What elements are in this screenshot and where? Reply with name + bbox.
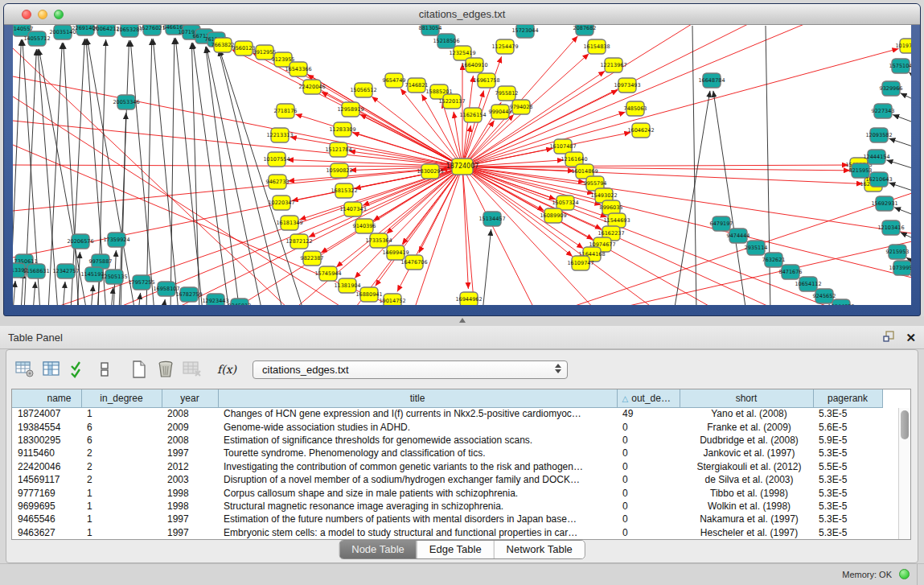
cell-name[interactable]: 9699695 [12, 500, 81, 513]
cell-pagerank[interactable]: 5.9E-5 [813, 434, 882, 447]
cell-name[interactable]: 9465546 [12, 513, 81, 525]
cell-title[interactable]: Genome-wide association studies in ADHD. [218, 420, 617, 433]
cell-pagerank[interactable]: 5.5E-5 [813, 460, 882, 473]
graph-node[interactable]: 16154838 [583, 39, 610, 54]
graph-node[interactable]: 9140396 [353, 219, 376, 233]
cell-name[interactable]: 9463627 [12, 526, 81, 539]
cell-year[interactable]: 1998 [162, 486, 218, 499]
graph-node[interactable]: 16181349 [276, 216, 302, 230]
graph-node[interactable]: 1575104 [889, 59, 911, 73]
graph-node[interactable]: 8813054 [419, 25, 442, 35]
cell-short[interactable]: Nakamura et al. (1997) [680, 513, 813, 525]
graph-node[interactable]: 12213967 [600, 58, 626, 72]
cell-out_degree[interactable]: 0 [617, 434, 680, 447]
graph-node[interactable]: 15056512 [350, 83, 376, 97]
graph-node[interactable]: 9560123 [232, 41, 256, 56]
table-row[interactable]: 1938455462009Genome-wide association stu… [12, 420, 882, 433]
cell-short[interactable]: Hescheler et al. (1997) [680, 526, 813, 539]
cell-year[interactable]: 1997 [162, 526, 218, 539]
graph-node[interactable]: 6479197 [710, 216, 733, 231]
graph-node[interactable]: 10107554 [263, 152, 290, 167]
cell-pagerank[interactable]: 5.3E-5 [813, 407, 882, 420]
cell-short[interactable]: Tibbo et al. (1998) [680, 486, 813, 499]
cell-title[interactable]: Corpus callosum shape and size in male p… [218, 486, 617, 499]
cell-pagerank[interactable]: 5.3E-5 [813, 486, 882, 499]
cell-out_degree[interactable]: 0 [617, 447, 680, 459]
column-header-pagerank[interactable]: pagerank [813, 389, 882, 407]
cell-short[interactable]: Stergiakouli et al. (2012) [680, 460, 813, 473]
splitter-grip-icon[interactable] [459, 318, 466, 323]
cell-name[interactable]: 14569117 [12, 473, 81, 486]
cell-name[interactable]: 9777169 [12, 486, 81, 499]
cell-in_degree[interactable]: 6 [81, 420, 162, 433]
cell-out_degree[interactable]: 0 [617, 500, 680, 513]
graph-node[interactable]: 9990443 [489, 105, 512, 119]
table-settings-icon[interactable] [13, 357, 37, 381]
cell-in_degree[interactable]: 2 [81, 447, 162, 459]
cell-in_degree[interactable]: 6 [81, 434, 162, 447]
graph-node[interactable]: 2718176 [274, 104, 298, 118]
graph-node[interactable]: 8471676 [779, 265, 803, 279]
cell-short[interactable]: Jankovic et al. (1997) [680, 447, 813, 459]
graph-node[interactable]: 7663822 [211, 38, 235, 52]
graph-node[interactable]: 16961758 [473, 73, 499, 88]
cell-title[interactable]: Embryonic stem cells: a model to study s… [218, 526, 617, 539]
cell-pagerank[interactable]: 5.3E-5 [813, 500, 882, 513]
column-header-year[interactable]: year [162, 389, 218, 407]
cell-in_degree[interactable]: 1 [81, 513, 162, 525]
cell-out_degree[interactable]: 0 [617, 460, 680, 473]
column-header-out_degree[interactable]: △out_de… [617, 389, 680, 407]
cell-name[interactable]: 19384554 [12, 420, 81, 433]
panel-splitter[interactable] [0, 316, 924, 326]
cell-pagerank[interactable]: 5.3E-5 [813, 526, 882, 539]
cell-title[interactable]: Tourette syndrome. Phenomenology and cla… [218, 447, 617, 459]
cell-name[interactable]: 18724007 [12, 407, 81, 420]
cell-year[interactable]: 1997 [162, 513, 218, 525]
cell-title[interactable]: Estimation of the future numbers of pati… [218, 513, 617, 525]
graph-node[interactable]: 7955812 [495, 86, 519, 101]
table-row[interactable]: 1872400712008Changes of HCN gene express… [12, 407, 882, 420]
graph-node[interactable]: 12923443 [202, 294, 228, 305]
graph-node[interactable]: 16046242 [627, 123, 654, 138]
network-canvas[interactable]: 2140557140557122003514022691406200642121… [13, 25, 911, 305]
table-row[interactable]: 2242004622012Investigating the contribut… [12, 460, 882, 473]
graph-node[interactable]: 9462733 [266, 175, 290, 189]
cell-pagerank[interactable]: 5.3E-5 [813, 473, 882, 486]
cell-short[interactable]: Dudbridge et al. (2008) [680, 434, 813, 447]
cell-name[interactable]: 9115460 [12, 447, 81, 459]
cell-out_degree[interactable]: 0 [617, 420, 680, 433]
graph-node[interactable]: 12872122 [285, 234, 312, 249]
column-header-short[interactable]: short [680, 389, 813, 407]
graph-node[interactable]: 16815322 [331, 183, 357, 198]
graph-node[interactable]: 16944962 [455, 292, 482, 305]
graph-node[interactable]: 15134457 [478, 212, 505, 226]
table-columns-icon[interactable] [39, 357, 64, 381]
graph-node[interactable]: 11254479 [491, 39, 518, 54]
memory-ok-indicator[interactable] [899, 569, 910, 579]
graph-node[interactable]: 9654749 [383, 73, 406, 88]
cell-short[interactable]: Wolkin et al. (1998) [680, 500, 813, 513]
graph-node[interactable]: 2087682 [573, 25, 597, 35]
attribute-table[interactable]: namein_degreeyeartitle△out_de…shortpager… [11, 389, 911, 540]
cell-in_degree[interactable]: 2 [81, 473, 162, 486]
column-header-title[interactable]: title [218, 389, 617, 407]
cell-out_degree[interactable]: 0 [617, 526, 680, 539]
row-options-icon[interactable] [92, 357, 117, 381]
delete-trash-icon[interactable] [154, 357, 178, 381]
cell-out_degree[interactable]: 0 [617, 513, 680, 525]
select-attributes-icon[interactable] [66, 357, 90, 381]
cell-out_degree[interactable]: 0 [617, 486, 680, 499]
graph-node[interactable]: 20206576 [67, 234, 93, 249]
graph-node[interactable]: 12093582 [865, 128, 892, 142]
scrollbar-thumb[interactable] [901, 410, 909, 439]
table-row[interactable]: 1456911722003Disruption of a novel membe… [12, 473, 882, 486]
cell-title[interactable]: Disruption of a novel member of a sodium… [218, 473, 617, 486]
cell-pagerank[interactable]: 5.6E-5 [813, 420, 882, 433]
cell-year[interactable]: 2008 [162, 407, 218, 420]
graph-node[interactable]: 9794028 [510, 100, 533, 114]
cell-year[interactable]: 1998 [162, 500, 218, 513]
graph-node[interactable]: 12342757 [52, 264, 79, 278]
graph-node[interactable]: 9227343 [872, 104, 895, 118]
cell-name[interactable]: 22420046 [12, 460, 81, 473]
graph-node[interactable]: 17957255 [128, 275, 154, 290]
